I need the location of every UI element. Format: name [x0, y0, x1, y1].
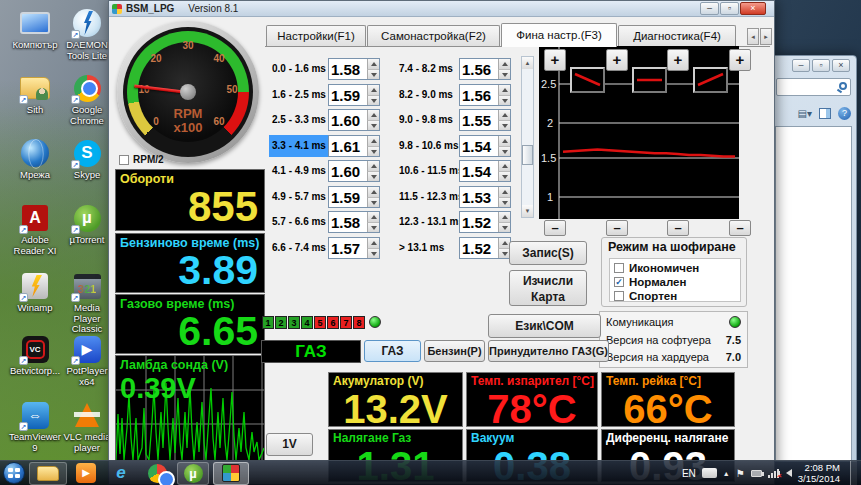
spinner-down-icon[interactable] — [498, 69, 510, 79]
spinner-down-icon[interactable] — [367, 95, 379, 105]
explorer-window[interactable]: – ▫ × ▤▾ ? — [770, 55, 857, 462]
spinner-up-icon[interactable] — [367, 136, 379, 146]
desktop-icon-teamviewer[interactable]: ⇔↗TeamViewer 9 — [8, 400, 62, 453]
scroll-down-icon[interactable]: ▼ — [522, 205, 533, 217]
increase-all-button[interactable]: + — [544, 49, 566, 71]
hidden-icons-arrow-icon[interactable]: ▲ — [723, 470, 730, 477]
petrol-button[interactable]: Бензин(P) — [424, 340, 485, 362]
start-button[interactable] — [3, 462, 25, 484]
scroll-up-icon[interactable]: ▲ — [522, 57, 533, 69]
spinner-up-icon[interactable] — [498, 187, 510, 197]
preview-pane-icon[interactable] — [819, 108, 831, 119]
gas-button[interactable]: ГАЗ — [364, 340, 421, 362]
spinner-down-icon[interactable] — [367, 197, 379, 207]
economy-checkbox[interactable] — [614, 263, 624, 273]
rpm2-checkbox-row[interactable]: RPM/2 — [119, 154, 164, 165]
map-value-spinbox[interactable]: 1.57 — [328, 237, 380, 259]
desktop-icon-daemon-tools[interactable]: ↗DAEMON Tools Lite — [60, 8, 114, 61]
map-value-spinbox[interactable]: 1.53 — [459, 186, 511, 208]
spinner-up-icon[interactable] — [367, 212, 379, 222]
forced-gas-button[interactable]: Принудително ГАЗ(G) — [488, 340, 609, 362]
maximize-button[interactable]: ▫ — [720, 2, 739, 15]
map-range-label[interactable]: 9.0 - 9.8 ms — [396, 109, 456, 131]
taskbar-bsm-lpg-button[interactable] — [213, 462, 249, 485]
map-value-spinbox[interactable]: 1.52 — [459, 237, 511, 259]
volume-icon[interactable] — [786, 469, 792, 477]
tab-scroll-right-button[interactable]: ▸ — [760, 28, 772, 45]
desktop-icon-utorrent[interactable]: µ↗µTorrent — [60, 203, 114, 246]
spinner-up-icon[interactable] — [498, 85, 510, 95]
clock[interactable]: 2:08 PM 3/15/2014 — [798, 462, 840, 484]
map-value-spinbox[interactable]: 1.55 — [459, 109, 511, 131]
explorer-minimize-button[interactable]: – — [792, 59, 810, 72]
map-range-label[interactable]: > 13.1 ms — [396, 237, 447, 259]
spinner-down-icon[interactable] — [367, 146, 379, 156]
map-value-spinbox[interactable]: 1.56 — [459, 58, 511, 80]
increase-low-button[interactable]: + — [606, 49, 628, 71]
increase-high-button[interactable]: + — [729, 49, 751, 71]
map-value-spinbox[interactable]: 1.54 — [459, 160, 511, 182]
explorer-content-area[interactable] — [775, 126, 852, 461]
desktop-icon-sith[interactable]: ↗Sith — [8, 73, 62, 116]
spinner-up-icon[interactable] — [367, 238, 379, 248]
calc-map-button[interactable]: Изчисли Карта — [509, 270, 587, 306]
list-view-icon[interactable]: ▤▾ — [798, 108, 812, 119]
curve-rising-thumbnail[interactable] — [693, 67, 728, 93]
taskbar-ie-button[interactable]: e — [105, 462, 137, 485]
map-value-spinbox[interactable]: 1.59 — [328, 84, 380, 106]
help-icon[interactable]: ? — [838, 107, 851, 120]
spinner-up-icon[interactable] — [367, 187, 379, 197]
spinner-down-icon[interactable] — [367, 69, 379, 79]
map-value-spinbox[interactable]: 1.52 — [459, 211, 511, 233]
spinner-down-icon[interactable] — [498, 120, 510, 130]
scrollbar-thumb[interactable] — [522, 145, 533, 165]
desktop-icon-vlc[interactable]: VLC media player — [60, 400, 114, 453]
map-value-spinbox[interactable]: 1.61 — [328, 135, 380, 157]
language-indicator[interactable]: EN — [682, 468, 696, 479]
spinner-up-icon[interactable] — [367, 59, 379, 69]
title-bar[interactable]: BSM_LPG Version 8.1 – ▫ × — [109, 1, 774, 17]
minimize-button[interactable]: – — [700, 2, 719, 15]
keyboard-icon[interactable] — [702, 468, 717, 478]
map-range-label[interactable]: 9.8 - 10.6 ms — [396, 135, 461, 157]
map-value-spinbox[interactable]: 1.58 — [328, 58, 380, 80]
spinner-up-icon[interactable] — [367, 110, 379, 120]
map-range-label[interactable]: 4.9 - 5.7 ms — [269, 186, 329, 208]
curve-flat-thumbnail[interactable] — [632, 67, 667, 93]
map-range-label[interactable]: 5.7 - 6.6 ms — [269, 211, 329, 233]
increase-mid-button[interactable]: + — [667, 49, 689, 71]
map-value-spinbox[interactable]: 1.59 — [328, 186, 380, 208]
drive-mode-normal[interactable]: ✓Нормален — [614, 275, 736, 289]
spinner-up-icon[interactable] — [498, 161, 510, 171]
map-range-label[interactable]: 3.3 - 4.1 ms — [269, 135, 329, 157]
map-range-label[interactable]: 7.4 - 8.2 ms — [396, 58, 456, 80]
desktop-icon-network[interactable]: Мрежа — [8, 138, 62, 181]
desktop-icon-betvictor[interactable]: VC↗Betvictorp... — [8, 334, 62, 377]
show-desktop-button[interactable] — [850, 461, 857, 485]
spinner-up-icon[interactable] — [498, 59, 510, 69]
tab-diagnostics[interactable]: Диагностика(F4) — [618, 25, 736, 46]
spinner-up-icon[interactable] — [367, 161, 379, 171]
save-button[interactable]: Запис(S) — [509, 241, 587, 265]
map-range-label[interactable]: 11.5 - 12.3 ms — [396, 186, 467, 208]
explorer-search-input[interactable] — [776, 78, 851, 96]
tab-autotune[interactable]: Самонастройка(F2) — [367, 25, 500, 46]
spinner-up-icon[interactable] — [498, 110, 510, 120]
spinner-up-icon[interactable] — [498, 136, 510, 146]
taskbar-wmp-button[interactable]: ▶ — [71, 462, 101, 485]
chart-vertical-scrollbar[interactable]: ▲ ▼ — [521, 56, 534, 218]
decrease-high-button[interactable]: – — [729, 220, 751, 236]
decrease-all-button[interactable]: – — [544, 220, 566, 236]
spinner-down-icon[interactable] — [498, 222, 510, 232]
spinner-down-icon[interactable] — [367, 171, 379, 181]
curve-falling-thumbnail[interactable] — [570, 67, 605, 93]
desktop-icon-potplayer[interactable]: ▶↗PotPlayer x64 — [60, 334, 114, 387]
tab-settings[interactable]: Настройки(F1) — [266, 25, 366, 46]
spinner-down-icon[interactable] — [367, 222, 379, 232]
decrease-low-button[interactable]: – — [606, 220, 628, 236]
explorer-close-button[interactable]: × — [832, 59, 850, 72]
tab-fine-tuning[interactable]: Фина настр.(F3) — [501, 23, 617, 47]
map-value-spinbox[interactable]: 1.60 — [328, 109, 380, 131]
spinner-up-icon[interactable] — [498, 212, 510, 222]
explorer-maximize-button[interactable]: ▫ — [812, 59, 830, 72]
